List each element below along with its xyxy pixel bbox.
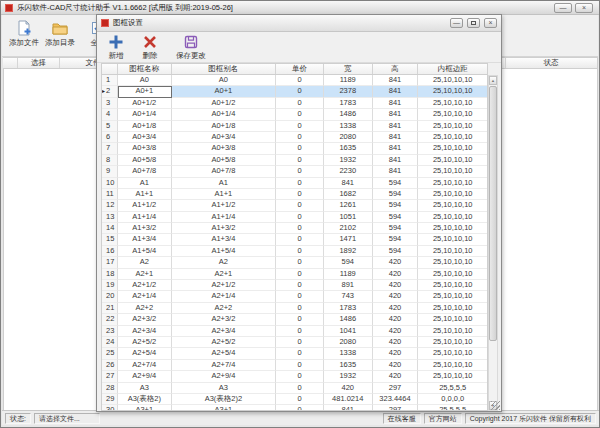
cell[interactable]: A0+1/2 bbox=[118, 98, 172, 109]
row-number-cell[interactable]: 13 bbox=[102, 212, 118, 223]
cell[interactable]: 0 bbox=[276, 360, 324, 371]
cell[interactable]: 594 bbox=[373, 178, 419, 189]
row-number-cell[interactable]: 3 bbox=[102, 98, 118, 109]
cell[interactable]: A3+1 bbox=[118, 405, 172, 411]
cell[interactable]: 841 bbox=[373, 166, 419, 177]
width-column-header[interactable]: 宽 bbox=[324, 64, 373, 74]
cell[interactable]: 0 bbox=[276, 178, 324, 189]
table-row[interactable]: 25A2+5/4A2+5/40133842025,10,10,10 bbox=[102, 348, 487, 359]
row-number-cell[interactable]: 17 bbox=[102, 257, 118, 268]
cell[interactable]: 1486 bbox=[324, 109, 373, 120]
cell[interactable]: A0+3/4 bbox=[172, 132, 276, 143]
cell[interactable]: 0 bbox=[276, 166, 324, 177]
cell[interactable]: 0 bbox=[276, 348, 324, 359]
row-number-cell[interactable]: 29 bbox=[102, 394, 118, 405]
cell[interactable]: A0+1 bbox=[118, 86, 172, 97]
cell[interactable]: 25,10,10,10 bbox=[418, 98, 487, 109]
cell[interactable]: 841 bbox=[373, 132, 419, 143]
row-number-cell[interactable]: 28 bbox=[102, 383, 118, 394]
cell[interactable]: 1932 bbox=[324, 155, 373, 166]
table-row[interactable]: 16A1+5/4A1+5/40189259425,10,10,10 bbox=[102, 246, 487, 257]
cell[interactable]: 1783 bbox=[324, 303, 373, 314]
cell[interactable]: 0 bbox=[276, 189, 324, 200]
cell[interactable]: 0 bbox=[276, 280, 324, 291]
cell[interactable]: 841 bbox=[373, 155, 419, 166]
table-row[interactable]: 10A1A1084159425,10,10,10 bbox=[102, 178, 487, 189]
cell[interactable]: 25,10,10,10 bbox=[418, 269, 487, 280]
cell[interactable]: 2080 bbox=[324, 337, 373, 348]
dialog-close-button[interactable]: × bbox=[484, 18, 497, 28]
cell[interactable]: 0 bbox=[276, 143, 324, 154]
status-column-header[interactable]: 状态 bbox=[506, 58, 596, 68]
cell[interactable]: A2 bbox=[118, 257, 172, 268]
cell[interactable]: A0 bbox=[118, 75, 172, 86]
cell[interactable]: A0+1/2 bbox=[172, 98, 276, 109]
cell[interactable]: 25,10,10,10 bbox=[418, 257, 487, 268]
cell[interactable]: A2+7/4 bbox=[118, 360, 172, 371]
cell[interactable]: 25,10,10,10 bbox=[418, 348, 487, 359]
official-site-link[interactable]: 官方网站 bbox=[424, 413, 462, 424]
cell[interactable]: A1+3/2 bbox=[118, 223, 172, 234]
dialog-maximize-button[interactable] bbox=[467, 18, 480, 28]
cell[interactable]: A1+1 bbox=[118, 189, 172, 200]
cell[interactable]: A0+1/8 bbox=[118, 121, 172, 132]
cell[interactable]: 841 bbox=[373, 121, 419, 132]
cell[interactable]: A1+1/4 bbox=[118, 212, 172, 223]
cell[interactable]: 25,5,5,5 bbox=[418, 405, 487, 411]
cell[interactable]: 1041 bbox=[324, 326, 373, 337]
cell[interactable]: 0 bbox=[276, 383, 324, 394]
table-row[interactable]: 1A0A00118984125,10,10,10 bbox=[102, 75, 487, 86]
close-button[interactable]: × bbox=[575, 3, 593, 13]
cell[interactable]: 25,10,10,10 bbox=[418, 291, 487, 302]
cell[interactable]: 420 bbox=[373, 314, 419, 325]
cell[interactable]: 1471 bbox=[324, 234, 373, 245]
cell[interactable]: 1783 bbox=[324, 98, 373, 109]
cell[interactable]: 25,10,10,10 bbox=[418, 303, 487, 314]
cell[interactable]: 1892 bbox=[324, 246, 373, 257]
cell[interactable]: A2+1/2 bbox=[118, 280, 172, 291]
cell[interactable]: A3 bbox=[172, 383, 276, 394]
row-number-cell[interactable]: 27 bbox=[102, 371, 118, 382]
cell[interactable]: 0 bbox=[276, 155, 324, 166]
cell[interactable]: A0+3/8 bbox=[118, 143, 172, 154]
table-row[interactable]: 26A2+7/4A2+7/40163542025,10,10,10 bbox=[102, 360, 487, 371]
cell[interactable]: A0+7/8 bbox=[172, 166, 276, 177]
cell[interactable]: 25,10,10,10 bbox=[418, 189, 487, 200]
cell[interactable]: 594 bbox=[324, 257, 373, 268]
cell[interactable]: 0 bbox=[276, 269, 324, 280]
table-row[interactable]: 29A3(表格2)A3(表格2)20481.0214323.44640,0,0,… bbox=[102, 394, 487, 405]
save-changes-button[interactable]: 保存更改 bbox=[169, 33, 213, 62]
frame-alias-column-header[interactable]: 图框别名 bbox=[172, 64, 276, 74]
vertical-scrollbar[interactable]: ▲ ▼ bbox=[488, 75, 498, 411]
table-row[interactable]: 5A0+1/8A0+1/80133884125,10,10,10 bbox=[102, 121, 487, 132]
cell[interactable]: A0+1/4 bbox=[118, 109, 172, 120]
table-row[interactable]: 8A0+5/8A0+5/80193284125,10,10,10 bbox=[102, 155, 487, 166]
cell[interactable]: A0+5/8 bbox=[172, 155, 276, 166]
cell[interactable]: 2230 bbox=[324, 166, 373, 177]
row-number-cell[interactable]: 5 bbox=[102, 121, 118, 132]
cell[interactable]: A2+7/4 bbox=[172, 360, 276, 371]
table-row[interactable]: 20A2+1/4A2+1/4074342025,10,10,10 bbox=[102, 291, 487, 302]
cell[interactable]: A0 bbox=[172, 75, 276, 86]
table-row[interactable]: 30A3+1A3+1084129725,5,5,5 bbox=[102, 405, 487, 411]
cell[interactable]: 841 bbox=[373, 143, 419, 154]
cell[interactable]: A0+5/8 bbox=[118, 155, 172, 166]
cell[interactable]: A0+1 bbox=[172, 86, 276, 97]
cell[interactable]: A2+9/4 bbox=[118, 371, 172, 382]
cell[interactable]: 1189 bbox=[324, 269, 373, 280]
cell[interactable]: 0 bbox=[276, 246, 324, 257]
cell[interactable]: 0 bbox=[276, 371, 324, 382]
cell[interactable]: 25,10,10,10 bbox=[418, 132, 487, 143]
table-row[interactable]: 28A3A3042029725,5,5,5 bbox=[102, 383, 487, 394]
cell[interactable]: 0,0,0,0 bbox=[418, 394, 487, 405]
cell[interactable]: 841 bbox=[373, 98, 419, 109]
row-number-cell[interactable]: 25 bbox=[102, 348, 118, 359]
row-number-cell[interactable]: 30 bbox=[102, 405, 118, 411]
cell[interactable]: 420 bbox=[373, 360, 419, 371]
cell[interactable]: A0+7/8 bbox=[118, 166, 172, 177]
cell[interactable]: A1+5/4 bbox=[172, 246, 276, 257]
cell[interactable]: 594 bbox=[373, 189, 419, 200]
add-row-button[interactable]: 新增 bbox=[101, 33, 131, 62]
cell[interactable]: A2+9/4 bbox=[172, 371, 276, 382]
table-row[interactable]: 13A1+1/4A1+1/40105159425,10,10,10 bbox=[102, 212, 487, 223]
